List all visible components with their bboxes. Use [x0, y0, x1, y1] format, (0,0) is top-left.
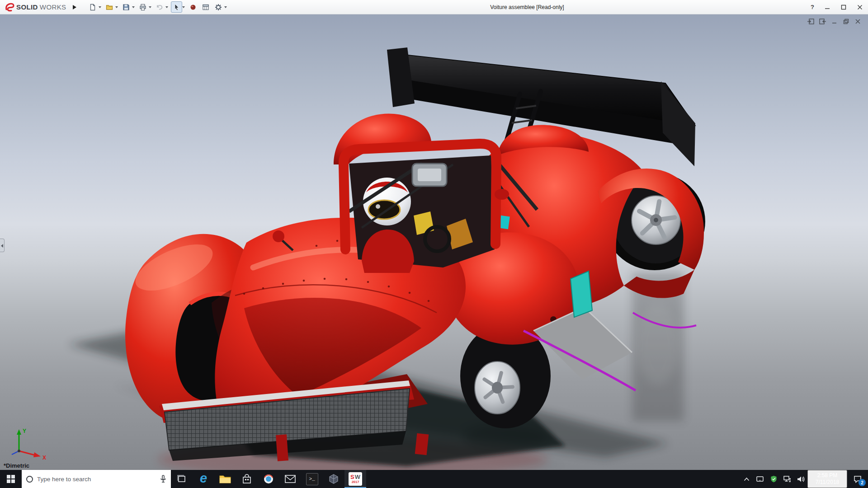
dropdown-caret[interactable]	[224, 6, 227, 8]
volume-icon	[797, 476, 805, 483]
tray-security-button[interactable]	[767, 470, 780, 488]
design-table-icon	[202, 4, 209, 11]
dock-pane-button[interactable]	[807, 17, 815, 25]
action-center-button[interactable]: 2	[847, 470, 868, 488]
tray-tablet-button[interactable]	[753, 470, 767, 488]
view-orientation-label: *Dimetric	[4, 462, 29, 469]
taskbar-clock[interactable]: 2:58 PM 7/11/2018	[807, 470, 847, 488]
ds-logo-icon	[5, 2, 14, 12]
chevron-up-icon	[744, 477, 750, 481]
edit-appearance-button[interactable]	[188, 1, 199, 13]
doc-close-button[interactable]	[854, 17, 862, 25]
doc-restore-icon	[843, 19, 849, 24]
menu-flyout-button[interactable]	[70, 1, 79, 13]
undock-pane-button[interactable]	[818, 17, 826, 25]
dropdown-caret[interactable]	[182, 6, 185, 8]
doc-close-icon	[855, 19, 861, 24]
taskbar-app-command-prompt[interactable]: >_	[301, 470, 323, 488]
browser-globe-icon	[263, 474, 274, 484]
save-floppy-icon	[123, 4, 130, 11]
taskbar-app-edge[interactable]: e	[193, 470, 214, 488]
maximize-icon	[841, 5, 846, 10]
open-folder-icon	[106, 4, 113, 11]
dropdown-caret[interactable]	[132, 6, 135, 8]
cowl-intake-inner	[418, 169, 441, 181]
screen: SOLIDWORKS	[0, 0, 868, 488]
dropdown-caret[interactable]	[165, 6, 168, 8]
taskbar-app-mail[interactable]	[279, 470, 301, 488]
design-table-button[interactable]	[200, 1, 212, 13]
cad-cube-icon	[328, 474, 339, 484]
windows-logo-icon	[7, 475, 15, 483]
save-button[interactable]	[121, 1, 132, 13]
orientation-triad: Y X	[6, 425, 52, 460]
doc-minimize-icon	[831, 19, 837, 24]
sw-year: 2017	[352, 480, 359, 484]
clock-date: 7/11/2018	[816, 479, 840, 486]
file-explorer-icon	[219, 474, 231, 484]
taskbar-app-solidworks[interactable]: SW 2017	[344, 470, 366, 488]
taskbar-app-store[interactable]	[236, 470, 258, 488]
new-document-button[interactable]	[87, 1, 99, 13]
print-button[interactable]	[137, 1, 149, 13]
clock-time: 2:58 PM	[817, 472, 838, 479]
dropdown-caret[interactable]	[149, 6, 151, 8]
start-button[interactable]	[0, 470, 22, 488]
doc-minimize-button[interactable]	[830, 17, 838, 25]
taskbar-app-browser[interactable]	[258, 470, 279, 488]
tray-volume-button[interactable]	[794, 470, 807, 488]
minimize-button[interactable]	[819, 0, 835, 14]
options-gear-icon	[215, 4, 222, 11]
task-view-button[interactable]	[171, 470, 193, 488]
network-icon	[783, 476, 791, 482]
minimize-icon	[825, 5, 830, 10]
sw-letter-s: S	[350, 474, 354, 480]
right-mirror	[495, 189, 509, 200]
close-button[interactable]	[852, 0, 868, 14]
sw-letter-w: W	[355, 474, 360, 480]
new-document-icon	[89, 4, 96, 11]
undock-pane-icon	[819, 19, 826, 24]
tray-network-button[interactable]	[780, 470, 794, 488]
appearance-sphere-icon	[189, 4, 197, 11]
print-icon	[139, 4, 146, 11]
left-mirror	[273, 230, 284, 242]
document-window-controls	[807, 17, 862, 25]
solidworks-brand: SOLIDWORKS	[0, 0, 70, 14]
3d-model-race-car	[0, 14, 868, 470]
search-input[interactable]	[37, 476, 156, 483]
undo-icon	[156, 4, 163, 11]
doc-restore-button[interactable]	[842, 17, 850, 25]
options-button[interactable]	[213, 1, 224, 13]
brand-text-bold: SOLID	[16, 3, 38, 11]
select-cursor-icon	[173, 4, 180, 11]
edge-icon: e	[200, 472, 207, 485]
taskbar-app-file-explorer[interactable]	[214, 470, 236, 488]
dropdown-caret[interactable]	[115, 6, 118, 8]
brand-text-light: WORKS	[40, 3, 66, 11]
cockpit-teal-panel	[499, 216, 510, 230]
taskbar-app-cad-viewer[interactable]	[323, 470, 344, 488]
undo-button[interactable]	[154, 1, 165, 13]
dropdown-caret[interactable]	[99, 6, 101, 8]
system-tray: 2:58 PM 7/11/2018 2	[740, 470, 868, 488]
graphics-area[interactable]: Y X *Dimetric	[0, 14, 868, 470]
window-title: Voiture assemblee [Read-only]	[490, 0, 564, 14]
microphone-icon[interactable]	[160, 475, 166, 483]
windows-taskbar: e >_	[0, 470, 868, 488]
teal-side-window	[571, 271, 592, 317]
hidden-icons-button[interactable]	[740, 470, 753, 488]
solidworks-app-icon: SW 2017	[349, 472, 362, 486]
shield-icon	[770, 475, 777, 483]
help-button[interactable]: ?	[806, 0, 819, 14]
open-button[interactable]	[104, 1, 115, 13]
cortana-icon	[26, 476, 33, 483]
select-tool-button[interactable]	[171, 1, 182, 13]
maximize-button[interactable]	[835, 0, 852, 14]
window-controls: ?	[806, 0, 868, 14]
close-icon	[857, 5, 863, 10]
feature-panel-tab[interactable]	[0, 239, 5, 252]
app-title-bar: SOLIDWORKS	[0, 0, 868, 14]
quick-access-toolbar	[87, 1, 228, 13]
taskbar-search[interactable]	[22, 470, 171, 488]
